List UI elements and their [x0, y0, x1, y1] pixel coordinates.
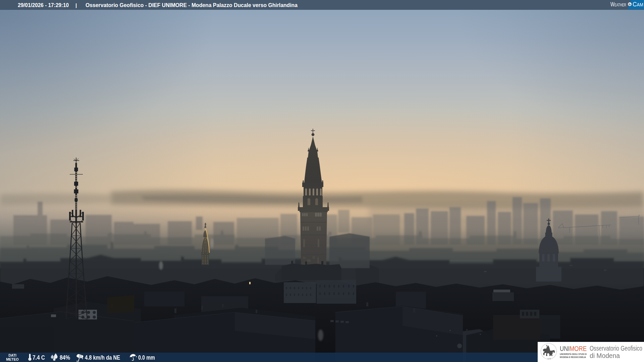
svg-text:84%: 84%	[60, 354, 70, 361]
svg-text:MODENA E REGGIO EMILIA: MODENA E REGGIO EMILIA	[560, 356, 586, 359]
svg-text:4.8 km/h da NE: 4.8 km/h da NE	[85, 354, 120, 361]
svg-text:UNIMORE: UNIMORE	[560, 345, 587, 352]
svg-text:Osservatorio Geofisico: Osservatorio Geofisico	[590, 344, 642, 352]
svg-text:Osservatorio Geofisico - DIEF: Osservatorio Geofisico - DIEF UNIMORE - …	[86, 2, 298, 8]
svg-text:1175: 1175	[547, 358, 551, 360]
svg-text:7.4 C: 7.4 C	[33, 354, 45, 361]
svg-text:29/01/2026 - 17:29:10: 29/01/2026 - 17:29:10	[18, 2, 69, 8]
svg-text:0.0 mm: 0.0 mm	[138, 354, 155, 361]
svg-text:|: |	[75, 2, 77, 8]
svg-text:CAM: CAM	[633, 1, 643, 8]
svg-text:DATI: DATI	[8, 353, 16, 357]
svg-text:UNIVERSITÀ DEGLI STUDI DI: UNIVERSITÀ DEGLI STUDI DI	[560, 353, 587, 356]
svg-text:METEO: METEO	[6, 357, 18, 361]
svg-text:di Modena: di Modena	[590, 352, 620, 359]
